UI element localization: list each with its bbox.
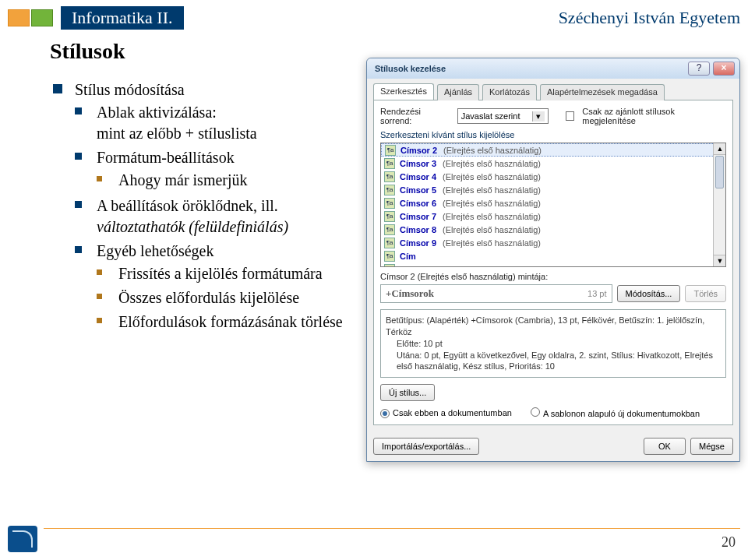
list-item[interactable]: ¶aAlcím [381, 262, 725, 266]
course-title: Informatika II. [61, 6, 184, 30]
style-name: Cím [400, 252, 416, 261]
decor-block-green [31, 9, 53, 26]
page-number: 20 [722, 534, 736, 551]
radio-this-doc[interactable] [380, 409, 390, 418]
outline-l2: Egyéb lehetőségek Frissítés a kijelölés … [75, 239, 357, 336]
preview-style-name: +Címsorok [386, 287, 434, 300]
outline-l2: Formátum-beállítások Ahogy már ismerjük [75, 146, 357, 194]
tab-edit[interactable]: Szerkesztés [373, 83, 434, 100]
dialog-body: Rendezési sorrend: Javaslat szerint ▾ Cs… [373, 100, 733, 425]
bullet-icon [75, 201, 82, 208]
outline-l1: Stílus módosítása Ablak aktivizálása: mi… [53, 78, 357, 337]
new-style-button[interactable]: Új stílus... [380, 384, 435, 401]
paragraph-style-icon: ¶a [384, 238, 395, 248]
scrollbar[interactable]: ▲ ▼ [713, 143, 725, 266]
style-name: Címsor 5 [400, 185, 436, 195]
university-name: Széchenyi István Egyetem [559, 8, 740, 28]
preview-box: +Címsorok 13 pt [380, 284, 612, 303]
list-item[interactable]: ¶aCím [381, 249, 725, 262]
paragraph-style-icon: ¶a [384, 251, 395, 262]
dialog-titlebar[interactable]: Stílusok kezelése ? × [367, 58, 739, 79]
style-name: Címsor 9 [400, 238, 436, 248]
list-item[interactable]: ¶aCímsor 5(Elrejtés első használatig) [381, 183, 725, 196]
bullet-icon [97, 294, 102, 299]
style-name: Címsor 4 [400, 172, 436, 181]
manage-styles-dialog: Stílusok kezelése ? × Szerkesztés Ajánlá… [366, 58, 740, 462]
close-button[interactable]: × [713, 62, 735, 76]
paragraph-style-icon: ¶a [384, 211, 395, 222]
style-note: (Elrejtés első használatig) [443, 199, 541, 208]
only-recommended-label: Csak az ajánlott stílusok megjelenítése [582, 107, 726, 125]
paragraph-style-icon: ¶a [384, 185, 395, 195]
style-note: (Elrejtés első használatig) [443, 159, 541, 168]
list-item[interactable]: ¶aCímsor 9(Elrejtés első használatig) [381, 236, 725, 249]
style-note: (Elrejtés első használatig) [443, 225, 541, 234]
only-recommended-checkbox[interactable] [566, 111, 575, 121]
style-name: Címsor 3 [400, 159, 436, 168]
style-name: Alcím [400, 265, 423, 267]
outline: Stílus módosítása Ablak aktivizálása: mi… [53, 78, 357, 337]
dialog-footer: Importálás/exportálás... OK Mégse [367, 431, 739, 461]
paragraph-style-icon: ¶a [384, 264, 395, 267]
paragraph-style-icon: ¶a [385, 145, 396, 156]
preview-label: Címsor 2 (Elrejtés első használatig) min… [380, 272, 726, 281]
radio-template[interactable] [531, 407, 540, 417]
bullet-icon [97, 176, 102, 181]
scroll-down-button[interactable]: ▼ [714, 255, 726, 266]
style-description: Betűtípus: (Alapérték) +Címsorok (Cambri… [380, 309, 726, 378]
divider [44, 528, 740, 529]
bullet-icon [97, 269, 102, 275]
sort-value: Javaslat szerint [461, 111, 520, 121]
dialog-title: Stílusok kezelése [375, 64, 685, 73]
style-note: (Elrejtés első használatig) [443, 212, 541, 221]
delete-button[interactable]: Törlés [685, 285, 726, 302]
bullet-icon [75, 153, 82, 160]
style-name: Címsor 8 [400, 225, 436, 234]
outline-l3: Előfordulások formázásának törlése [97, 310, 357, 334]
university-logo [8, 526, 37, 552]
list-item[interactable]: ¶aCímsor 4(Elrejtés első használatig) [381, 170, 725, 183]
style-name: Címsor 2 [400, 146, 437, 155]
style-note: (Elrejtés első használatig) [443, 238, 541, 248]
import-export-button[interactable]: Importálás/exportálás... [373, 438, 479, 455]
outline-l3: Ahogy már ismerjük [97, 168, 357, 192]
list-item[interactable]: ¶aCímsor 8(Elrejtés első használatig) [381, 223, 725, 236]
list-item[interactable]: ¶aCímsor 6(Elrejtés első használatig) [381, 196, 725, 210]
cancel-button[interactable]: Mégse [690, 438, 733, 455]
radio-template-label: A sablonon alapuló új dokumentumokban [543, 409, 700, 418]
paragraph-style-icon: ¶a [384, 198, 395, 209]
tab-defaults[interactable]: Alapértelmezések megadása [540, 84, 665, 100]
chevron-down-icon: ▾ [532, 111, 545, 122]
style-note: (Elrejtés első használatig) [443, 172, 541, 181]
tab-recommend[interactable]: Ajánlás [437, 84, 479, 100]
list-heading: Szerkeszteni kívánt stílus kijelölése [380, 130, 726, 139]
list-item[interactable]: ¶aCímsor 2(Elrejtés első használatig) [381, 143, 725, 157]
tab-restrict[interactable]: Korlátozás [482, 84, 537, 100]
style-note: (Elrejtés első használatig) [443, 185, 541, 195]
preview-size: 13 pt [587, 289, 606, 298]
slide-header: Informatika II. Széchenyi István Egyetem [8, 5, 740, 31]
bullet-icon [97, 318, 102, 323]
decor-block-orange [8, 9, 30, 26]
section-title: Stílusok [50, 39, 125, 64]
bullet-icon [75, 107, 82, 114]
dialog-tabs: Szerkesztés Ajánlás Korlátozás Alapértel… [367, 79, 739, 100]
bullet-icon [53, 84, 62, 93]
scroll-up-button[interactable]: ▲ [714, 143, 726, 155]
scope-radios: Csak ebben a dokumentumban A sablonon al… [380, 407, 726, 418]
outline-l2: Ablak aktivizálása: mint az előbb + stíl… [75, 100, 357, 146]
style-list[interactable]: ¶aCímsor 2(Elrejtés első használatig)¶aC… [380, 143, 726, 267]
scroll-thumb[interactable] [715, 156, 724, 188]
ok-button[interactable]: OK [644, 438, 686, 455]
list-item[interactable]: ¶aCímsor 3(Elrejtés első használatig) [381, 157, 725, 170]
sort-combo[interactable]: Javaslat szerint ▾ [457, 108, 549, 124]
help-button[interactable]: ? [688, 62, 710, 76]
paragraph-style-icon: ¶a [384, 158, 395, 169]
style-name: Címsor 6 [400, 199, 436, 208]
style-note: (Elrejtés első használatig) [443, 146, 542, 155]
paragraph-style-icon: ¶a [384, 171, 395, 182]
modify-button[interactable]: Módosítás... [617, 285, 681, 302]
outline-l3: Frissítés a kijelölés formátumára [97, 262, 357, 286]
list-item[interactable]: ¶aCímsor 7(Elrejtés első használatig) [381, 210, 725, 223]
outline-l3: Összes előfordulás kijelölése [97, 286, 357, 310]
